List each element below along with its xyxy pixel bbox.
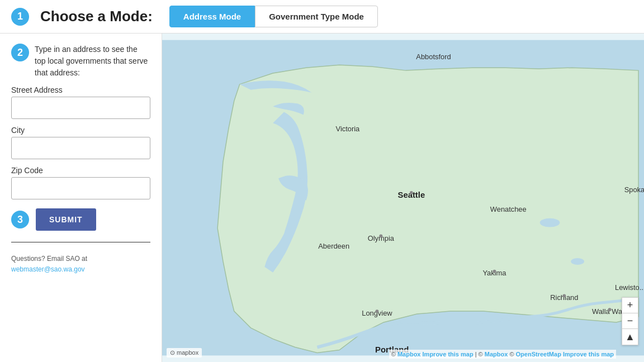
city-aberdeen: Aberdeen — [318, 242, 349, 250]
submit-button[interactable]: SUBMIT — [36, 208, 96, 231]
attribution-mapbox-link1[interactable]: Mapbox — [397, 351, 421, 358]
map-container: Abbotsford Victoria Seattle Wenatchee Sp… — [162, 34, 644, 362]
city-group: City — [11, 126, 150, 159]
attribution-osm-link[interactable]: OpenStreetMap — [516, 351, 561, 358]
street-address-group: Street Address — [11, 85, 150, 119]
city-input[interactable] — [11, 137, 150, 159]
step2-area: 2 Type in an address to see the top loca… — [11, 44, 150, 79]
mode-tabs: Address Mode Government Type Mode — [169, 6, 378, 27]
improve-map-link2[interactable]: Improve this map — [563, 351, 614, 358]
mapbox-logo-text: ⊙ mapbox — [170, 349, 198, 356]
footer-text: Questions? Email SAO at webmaster@sao.wa… — [11, 254, 150, 275]
attribution-osm: © — [509, 351, 515, 358]
street-address-label: Street Address — [11, 85, 150, 94]
zip-code-label: Zip Code — [11, 166, 150, 175]
attribution-mapbox1: © — [391, 351, 397, 358]
svg-point-9 — [375, 309, 378, 313]
map-attribution: © Mapbox Improve this map | © Mapbox © O… — [389, 350, 616, 359]
app-container: 1 Choose a Mode: Address Mode Government… — [0, 0, 644, 362]
compass-button[interactable]: ▲ — [622, 329, 638, 345]
city-label: City — [11, 126, 150, 135]
step1-circle: 1 — [11, 8, 29, 26]
svg-point-8 — [608, 308, 612, 311]
svg-point-6 — [493, 270, 496, 273]
city-wenatchee: Wenatchee — [490, 205, 527, 213]
left-panel: 2 Type in an address to see the top loca… — [0, 34, 162, 362]
svg-point-7 — [562, 294, 566, 297]
improve-map-link1[interactable]: Improve this map — [423, 351, 473, 358]
step2-circle: 2 — [11, 44, 29, 61]
attribution-sep: | © — [475, 351, 485, 358]
city-abbotsford: Abbotsford — [416, 53, 451, 61]
map-svg: Abbotsford Victoria Seattle Wenatchee Sp… — [162, 34, 644, 362]
tab-address-mode[interactable]: Address Mode — [169, 6, 255, 27]
tab-government-type-mode[interactable]: Government Type Mode — [255, 6, 378, 27]
svg-point-4 — [410, 191, 413, 194]
city-victoria: Victoria — [336, 125, 361, 133]
attribution-mapbox-link2[interactable]: Mapbox — [485, 351, 508, 358]
step3-circle: 3 — [11, 211, 29, 228]
map-zoom-controls: + − ▲ — [622, 297, 638, 345]
footer-email-link[interactable]: webmaster@sao.wa.gov — [11, 265, 85, 273]
street-address-input[interactable] — [11, 97, 150, 119]
svg-point-3 — [571, 258, 584, 265]
zip-code-input[interactable] — [11, 177, 150, 199]
step2-description: Type in an address to see the top local … — [35, 44, 150, 79]
footer-label: Questions? Email SAO at — [11, 255, 87, 263]
zoom-out-button[interactable]: − — [622, 313, 638, 329]
svg-point-5 — [379, 234, 382, 237]
header: 1 Choose a Mode: Address Mode Government… — [0, 0, 644, 34]
choose-mode-label: Choose a Mode: — [40, 8, 153, 25]
city-lewiston: Lewisto... — [615, 283, 644, 292]
city-spokane: Spokane — [624, 185, 644, 194]
svg-point-2 — [540, 218, 560, 227]
mapbox-logo: ⊙ mapbox — [167, 348, 202, 358]
main-content: 2 Type in an address to see the top loca… — [0, 34, 644, 362]
step3-area: 3 SUBMIT — [11, 208, 150, 231]
zip-code-group: Zip Code — [11, 166, 150, 199]
zoom-in-button[interactable]: + — [622, 298, 638, 313]
divider — [11, 242, 150, 242]
